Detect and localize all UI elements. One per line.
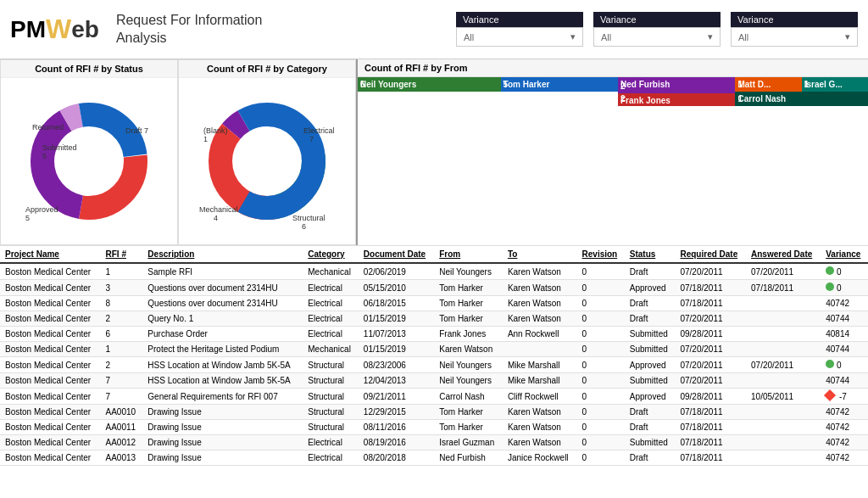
filter-1: Variance All ▾ (456, 12, 583, 47)
col-docdate: Document Date (359, 246, 434, 263)
svg-text:5: 5 (42, 152, 47, 160)
filter-1-select[interactable]: All ▾ (456, 27, 583, 47)
green-indicator (826, 266, 834, 275)
rfi-table: Project Name RFI # Description Category … (0, 246, 868, 466)
svg-text:5: 5 (25, 214, 30, 222)
table-row: Boston Medical Center2Query No. 1Electri… (0, 311, 868, 327)
svg-text:6: 6 (302, 222, 306, 231)
svg-point-15 (233, 127, 301, 195)
svg-text:Structural: Structural (292, 214, 326, 222)
table-header-row: Project Name RFI # Description Category … (0, 246, 868, 263)
table-row: Boston Medical Center2HSS Location at Wi… (0, 357, 868, 373)
treemap-frank[interactable]: Frank Jones 2 (618, 93, 735, 106)
status-chart-panel: Count of RFI # by Status Submitted 5 Dra… (0, 59, 178, 245)
logo: PM W eb (10, 14, 99, 45)
table-row: Boston Medical Center7HSS Location at Wi… (0, 373, 868, 389)
filter-3-label: Variance (731, 12, 858, 27)
svg-text:Draft 7: Draft 7 (125, 126, 148, 135)
logo-pm: PM (10, 16, 46, 43)
svg-text:Electrical: Electrical (303, 126, 335, 135)
status-chart-title: Count of RFI # by Status (1, 60, 177, 78)
col-revision: Revision (577, 246, 625, 263)
svg-text:1: 1 (203, 135, 208, 143)
filter-2-label: Variance (593, 12, 721, 27)
page-title: Request For Information Analysis (116, 12, 263, 48)
col-variance: Variance (821, 246, 868, 263)
status-donut: Submitted 5 Draft 7 Returned Approved 5 (1, 78, 177, 244)
green-indicator (826, 360, 834, 368)
svg-point-4 (55, 127, 123, 195)
filter-2: Variance All ▾ (593, 12, 721, 47)
svg-text:Submitted: Submitted (42, 143, 77, 152)
col-project: Project Name (0, 246, 101, 263)
red-diamond-indicator (824, 389, 836, 401)
table-row: Boston Medical CenterAA0011Drawing Issue… (0, 420, 868, 435)
logo-eb: eb (71, 16, 99, 43)
col-reqdate: Required Date (675, 246, 746, 263)
data-table-section: Project Name RFI # Description Category … (0, 246, 868, 498)
table-row: Boston Medical Center7General Requiremen… (0, 389, 868, 405)
category-donut: (Blank) 1 Electrical 7 Mechanical 4 Stru… (179, 78, 355, 244)
svg-text:4: 4 (214, 214, 218, 222)
table-row: Boston Medical Center1Protect the Herita… (0, 342, 868, 357)
table-row: Boston Medical Center6Purchase OrderElec… (0, 327, 868, 342)
table-row: Boston Medical Center1Sample RFIMechanic… (0, 263, 868, 280)
svg-text:(Blank): (Blank) (203, 126, 228, 135)
col-from: From (434, 246, 503, 263)
treemap-tom[interactable]: Tom Harker 5 (501, 77, 618, 92)
variance-filters: Variance All ▾ Variance All ▾ Variance A… (296, 12, 858, 47)
svg-text:Approved: Approved (25, 205, 58, 214)
treemap-title: Count of RFI # by From (358, 59, 868, 77)
table-body: Boston Medical Center1Sample RFIMechanic… (0, 263, 868, 466)
filter-2-select[interactable]: All ▾ (593, 27, 721, 47)
category-chart-title: Count of RFI # by Category (179, 60, 355, 78)
filter-1-label: Variance (456, 12, 583, 27)
treemap-carrol[interactable]: Carrol Nash 1 (735, 92, 868, 106)
treemap-israel[interactable]: Israel G... 1 (802, 77, 868, 92)
green-indicator (826, 283, 834, 291)
table-row: Boston Medical CenterAA0010Drawing Issue… (0, 405, 868, 420)
table-row: Boston Medical CenterAA0013Drawing Issue… (0, 450, 868, 466)
col-desc: Description (142, 246, 303, 263)
treemap-panel: Count of RFI # by From Neil Youngers 6 T… (356, 59, 868, 245)
svg-text:Mechanical: Mechanical (199, 205, 238, 214)
col-ansdate: Answered Date (746, 246, 821, 263)
svg-text:Returned: Returned (32, 123, 64, 131)
filter-3-select[interactable]: All ▾ (731, 27, 858, 47)
table-row: Boston Medical Center3Questions over doc… (0, 280, 868, 296)
table-row: Boston Medical Center8Questions over doc… (0, 296, 868, 311)
col-category: Category (303, 246, 359, 263)
svg-text:7: 7 (309, 135, 314, 143)
treemap-matt[interactable]: Matt D... 1 (735, 77, 801, 92)
treemap-ned[interactable]: Ned Furbish 2 (618, 77, 735, 93)
charts-row: Count of RFI # by Status Submitted 5 Dra… (0, 59, 868, 246)
logo-w: W (46, 14, 71, 45)
col-status: Status (625, 246, 676, 263)
col-rfi: RFI # (101, 246, 143, 263)
filter-3: Variance All ▾ (731, 12, 858, 47)
table-row: Boston Medical CenterAA0012Drawing Issue… (0, 435, 868, 450)
category-chart-panel: Count of RFI # by Category (Blank) 1 Ele… (178, 59, 356, 245)
col-to: To (503, 246, 577, 263)
treemap-container: Neil Youngers 6 Tom Harker 5 Ned Furbish… (358, 77, 868, 106)
treemap-neil[interactable]: Neil Youngers 6 (358, 77, 501, 92)
